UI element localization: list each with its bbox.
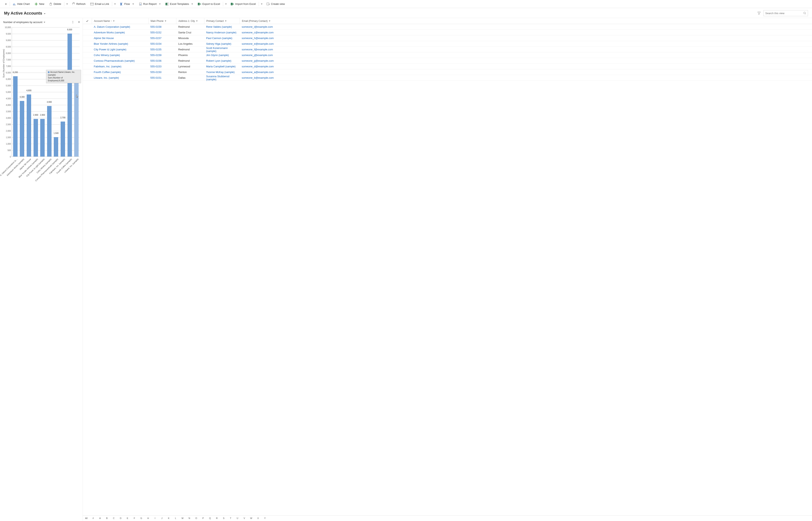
chart-plot[interactable]: 6,2004,3004,8002,9002,9003,9001,5002,700… bbox=[12, 27, 80, 157]
table-row[interactable]: A. Datum Corporation (sample)555-0158Red… bbox=[83, 24, 812, 30]
delete-button[interactable]: Delete bbox=[47, 0, 64, 8]
alpha-index-b[interactable]: B bbox=[103, 517, 110, 519]
cell-primary-contact[interactable]: Maria Campbell (sample) bbox=[204, 65, 240, 68]
cell-email[interactable]: someone_c@example.com bbox=[240, 31, 812, 34]
table-row[interactable]: City Power & Light (sample)555-0155Redmo… bbox=[83, 47, 812, 52]
table-row[interactable]: Coho Winery (sample)555-0159PhoenixJim G… bbox=[83, 52, 812, 58]
excel-templates-button[interactable]: X Excel Templates bbox=[163, 0, 195, 8]
refresh-button[interactable]: Refresh bbox=[70, 0, 88, 8]
chart-bar[interactable] bbox=[54, 137, 58, 157]
column-header-select[interactable] bbox=[83, 18, 92, 24]
cell-main-phone[interactable]: 555-0151 bbox=[148, 76, 176, 79]
cell-account-name[interactable]: Coho Winery (sample) bbox=[92, 53, 148, 56]
cell-account-name[interactable]: Blue Yonder Airlines (sample) bbox=[92, 42, 148, 45]
alpha-index-s[interactable]: S bbox=[220, 517, 227, 519]
create-view-button[interactable]: Create view bbox=[264, 0, 287, 8]
cell-email[interactable]: someone_e@example.com bbox=[240, 42, 812, 45]
cell-main-phone[interactable]: 555-0152 bbox=[148, 31, 176, 34]
import-excel-splitbutton-chevron[interactable] bbox=[259, 0, 264, 8]
chart-close-button[interactable]: ✕ bbox=[78, 20, 80, 24]
alpha-index-h[interactable]: H bbox=[145, 517, 151, 519]
cell-account-name[interactable]: Fabrikam, Inc. (sample) bbox=[92, 65, 148, 68]
cell-email[interactable]: someone_b@example.com bbox=[240, 76, 812, 79]
alpha-index-y[interactable]: Y bbox=[262, 517, 268, 519]
cell-main-phone[interactable]: 555-0157 bbox=[148, 37, 176, 40]
alpha-index-m[interactable]: M bbox=[179, 517, 186, 519]
table-row[interactable]: Alpine Ski House555-0157MissoulaPaul Can… bbox=[83, 36, 812, 41]
cell-account-name[interactable]: Litware, Inc. (sample) bbox=[92, 76, 148, 79]
new-button[interactable]: New bbox=[32, 0, 47, 8]
back-button[interactable] bbox=[1, 0, 9, 8]
cell-email[interactable]: someone_h@example.com bbox=[240, 37, 812, 40]
alpha-index-u[interactable]: U bbox=[234, 517, 241, 519]
table-row[interactable]: Litware, Inc. (sample)555-0151DallasSusa… bbox=[83, 75, 812, 81]
alpha-index-a[interactable]: A bbox=[97, 517, 103, 519]
chart-bar[interactable] bbox=[47, 106, 51, 157]
column-header-primary-contact[interactable]: Primary Contact bbox=[204, 18, 240, 24]
cell-main-phone[interactable]: 555-0159 bbox=[148, 53, 176, 56]
alpha-index-v[interactable]: V bbox=[241, 517, 248, 519]
table-row[interactable]: Adventure Works (sample)555-0152Santa Cr… bbox=[83, 30, 812, 36]
chart-bar[interactable] bbox=[27, 94, 31, 157]
column-header-email[interactable]: Email (Primary Contact) bbox=[240, 18, 812, 24]
table-row[interactable]: Fourth Coffee (sample)555-0150RentonYvon… bbox=[83, 69, 812, 75]
alpha-index-j[interactable]: J bbox=[159, 517, 165, 519]
hide-chart-button[interactable]: Hide Chart bbox=[10, 0, 32, 8]
alpha-index-g[interactable]: G bbox=[138, 517, 145, 519]
cell-account-name[interactable]: City Power & Light (sample) bbox=[92, 48, 148, 51]
alpha-index-#[interactable]: # bbox=[90, 517, 97, 519]
chart-bar[interactable] bbox=[20, 101, 24, 157]
cell-email[interactable]: someone_d@example.com bbox=[240, 65, 812, 68]
cell-account-name[interactable]: Contoso Pharmaceuticals (sample) bbox=[92, 59, 148, 62]
alpha-index-f[interactable]: F bbox=[131, 517, 138, 519]
alpha-index-n[interactable]: N bbox=[186, 517, 193, 519]
table-row[interactable]: Fabrikam, Inc. (sample)555-0153LynnwoodM… bbox=[83, 64, 812, 69]
cell-primary-contact[interactable]: Sidney Higa (sample) bbox=[204, 42, 240, 45]
chart-bar[interactable] bbox=[74, 79, 79, 157]
alpha-index-q[interactable]: Q bbox=[207, 517, 213, 519]
column-header-main-phone[interactable]: Main Phone bbox=[148, 18, 176, 24]
email-link-button[interactable]: Email a Link bbox=[88, 0, 112, 8]
cell-primary-contact[interactable]: Susanna Stubberod (sample) bbox=[204, 75, 240, 81]
search-icon[interactable] bbox=[803, 12, 806, 15]
cell-email[interactable]: someone_g@example.com bbox=[240, 59, 812, 62]
cell-email[interactable]: someone_f@example.com bbox=[240, 48, 812, 51]
cell-account-name[interactable]: Adventure Works (sample) bbox=[92, 31, 148, 34]
alpha-index-x[interactable]: X bbox=[255, 517, 262, 519]
search-box[interactable] bbox=[764, 10, 808, 16]
cell-primary-contact[interactable]: Rene Valdes (sample) bbox=[204, 25, 240, 28]
chart-bar[interactable] bbox=[40, 119, 45, 157]
chart-bar[interactable] bbox=[61, 121, 65, 157]
cell-account-name[interactable]: Alpine Ski House bbox=[92, 37, 148, 40]
alpha-index-w[interactable]: W bbox=[248, 517, 255, 519]
flow-button[interactable]: Flow bbox=[117, 0, 136, 8]
cell-account-name[interactable]: A. Datum Corporation (sample) bbox=[92, 25, 148, 28]
alpha-index-t[interactable]: T bbox=[227, 517, 234, 519]
email-link-splitbutton-chevron[interactable] bbox=[113, 0, 117, 8]
cell-main-phone[interactable]: 555-0153 bbox=[148, 65, 176, 68]
column-header-account-name[interactable]: Account Name ↑ bbox=[92, 18, 148, 24]
alpha-index-r[interactable]: R bbox=[213, 517, 220, 519]
cell-email[interactable]: someone_i@example.com bbox=[240, 25, 812, 28]
export-excel-splitbutton-chevron[interactable] bbox=[223, 0, 229, 8]
column-header-city[interactable]: Address 1: City bbox=[176, 18, 204, 24]
chart-bar[interactable] bbox=[68, 33, 72, 157]
chart-title-selector[interactable]: Number of employees by account bbox=[3, 21, 45, 24]
import-excel-button[interactable]: X Import from Excel bbox=[229, 0, 258, 8]
alpha-index-d[interactable]: D bbox=[117, 517, 124, 519]
alpha-index-k[interactable]: K bbox=[165, 517, 172, 519]
table-row[interactable]: Contoso Pharmaceuticals (sample)555-0156… bbox=[83, 58, 812, 64]
cell-email[interactable]: someone_j@example.com bbox=[240, 53, 812, 56]
alpha-index-e[interactable]: E bbox=[124, 517, 131, 519]
cell-main-phone[interactable]: 555-0156 bbox=[148, 59, 176, 62]
cell-main-phone[interactable]: 555-0155 bbox=[148, 48, 176, 51]
cell-primary-contact[interactable]: Jim Glynn (sample) bbox=[204, 53, 240, 56]
alpha-index-all[interactable]: All bbox=[83, 517, 90, 519]
chart-more-button[interactable]: ⋮ bbox=[72, 20, 75, 24]
delete-splitbutton-chevron[interactable] bbox=[65, 0, 70, 8]
chart-bar[interactable] bbox=[33, 119, 38, 157]
cell-primary-contact[interactable]: Yvonne McKay (sample) bbox=[204, 71, 240, 74]
search-input[interactable] bbox=[765, 12, 803, 15]
cell-primary-contact[interactable]: Scott Konersmann (sample) bbox=[204, 47, 240, 52]
alpha-index-o[interactable]: O bbox=[193, 517, 200, 519]
